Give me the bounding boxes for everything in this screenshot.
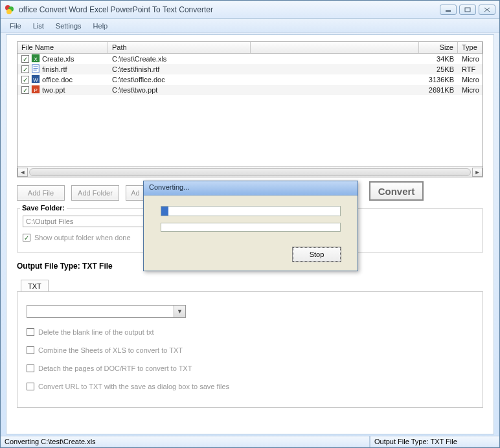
scroll-track[interactable] [29,168,471,176]
main-window: office Convert Word Excel PowerPoint To … [0,0,500,448]
menu-help[interactable]: Help [88,21,113,31]
option-delete-blank-row: ✓ Delete the blank line of the output tx… [27,328,154,336]
menubar: File List Settings Help [1,19,499,33]
save-folder-input[interactable] [23,216,146,227]
file-type: Micro [458,55,483,63]
row-checkbox[interactable]: ✓ [21,65,29,73]
option-combine-sheets-row: ✓ Combine the Sheets of XLS to convert t… [27,346,183,354]
option-convert-url-checkbox[interactable]: ✓ [27,383,34,390]
file-path: C:\test\finish.rtf [108,65,251,73]
svg-rect-4 [465,8,470,12]
option-detach-pages-label: Detach the pages of DOC/RTF to convert t… [38,364,192,372]
col-header-size[interactable]: Size [419,42,458,53]
file-type: Micro [458,76,483,84]
horizontal-scrollbar[interactable]: ◄ ► [17,166,483,177]
option-detach-pages-row: ✓ Detach the pages of DOC/RTF to convert… [27,364,192,372]
col-header-type[interactable]: Type [458,42,483,53]
app-title: office Convert Word Excel PowerPoint To … [19,5,440,14]
converting-dialog: Converting... Stop [143,181,358,271]
stop-button[interactable]: Stop [293,247,341,262]
svg-text:X: X [34,56,38,62]
minimize-button[interactable] [440,5,457,15]
option-delete-blank-label: Delete the blank line of the output txt [38,328,154,336]
option-detach-pages-checkbox[interactable]: ✓ [27,364,34,372]
window-controls [440,5,495,15]
option-combine-sheets-label: Combine the Sheets of XLS to convert to … [38,346,183,354]
close-icon [484,7,490,12]
file-path: C:\test\two.ppt [108,86,251,94]
option-convert-url-label: Convert URL to TXT with the save as dial… [38,383,229,390]
show-output-checkbox-row: ✓ Show output folder when done [23,234,131,241]
table-row[interactable]: ✓Woffice.docC:\test\office.doc3136KBMicr… [17,74,483,85]
option-convert-url-row: ✓ Convert URL to TXT with the save as di… [27,383,229,390]
statusbar: Converting C:\test\Create.xls Output Fil… [1,436,499,447]
file-name: office.doc [42,76,73,84]
tab-txt[interactable]: TXT [21,280,49,292]
add-button-partial[interactable]: Ad [126,185,145,201]
file-table: File Name Path Size Type ✓XCreate.xlsC:\… [17,41,483,177]
scroll-right-arrow-icon[interactable]: ► [472,168,483,177]
titlebar: office Convert Word Excel PowerPoint To … [1,1,499,19]
show-output-label: Show output folder when done [34,234,131,241]
row-checkbox[interactable]: ✓ [21,55,29,63]
table-row[interactable]: ✓finish.rtfC:\test\finish.rtf25KBRTF [17,64,483,74]
file-type-icon [31,64,40,74]
output-type-label: Output File Type: TXT File [17,262,113,271]
table-header: File Name Path Size Type [17,42,483,54]
svg-rect-12 [34,70,37,71]
col-header-path[interactable]: Path [108,42,251,53]
svg-rect-10 [34,67,38,67]
svg-point-2 [6,9,12,14]
option-delete-blank-checkbox[interactable]: ✓ [27,328,34,336]
table-body: ✓XCreate.xlsC:\test\Create.xls34KBMicro✓… [17,54,483,95]
scroll-left-arrow-icon[interactable]: ◄ [17,168,28,177]
file-size: 34KB [419,55,458,63]
col-header-filename[interactable]: File Name [17,42,108,53]
menu-list[interactable]: List [28,21,49,31]
col-header-spacer[interactable] [251,42,419,53]
close-button[interactable] [479,5,495,15]
progress-bar-secondary [161,223,341,232]
file-name: Create.xls [42,55,74,63]
file-path: C:\test\office.doc [108,76,251,84]
file-type: Micro [458,86,483,94]
row-checkbox[interactable]: ✓ [21,86,29,94]
file-name: two.ppt [42,86,65,94]
file-type-icon: P [31,85,40,95]
add-file-button[interactable]: Add File [17,185,65,201]
file-size: 3136KB [419,76,458,84]
show-output-checkbox[interactable]: ✓ [23,234,30,241]
file-name: finish.rtf [42,65,67,73]
table-row[interactable]: ✓Ptwo.pptC:\test\two.ppt2691KBMicro [17,85,483,95]
progress-fill [161,207,168,216]
convert-button[interactable]: Convert [369,181,424,201]
file-type: RTF [458,65,483,73]
svg-rect-11 [34,68,38,69]
table-row[interactable]: ✓XCreate.xlsC:\test\Create.xls34KBMicro [17,54,483,64]
save-folder-label: Save Folder: [20,204,67,212]
chevron-down-icon[interactable]: ▼ [174,306,185,317]
file-type-icon: W [31,74,40,85]
maximize-button[interactable] [459,5,476,15]
svg-rect-3 [446,10,451,12]
svg-text:P: P [34,87,37,93]
dialog-title: Converting... [144,181,358,196]
options-dropdown[interactable]: ▼ [27,305,186,318]
row-checkbox[interactable]: ✓ [21,76,29,84]
maximize-icon [464,7,471,12]
options-group: ▼ ✓ Delete the blank line of the output … [17,291,483,408]
progress-bar-primary [161,206,341,216]
action-buttons: Add File Add Folder Ad [17,185,145,201]
file-path: C:\test\Create.xls [108,55,251,63]
menu-settings[interactable]: Settings [51,21,87,31]
status-left: Converting C:\test\Create.xls [1,436,370,447]
file-type-icon: X [31,54,40,64]
option-combine-sheets-checkbox[interactable]: ✓ [27,346,34,354]
add-folder-button[interactable]: Add Folder [71,185,119,201]
svg-text:W: W [33,77,38,83]
file-size: 25KB [419,65,458,73]
file-size: 2691KB [419,86,458,94]
tab-row: TXT [21,280,49,292]
menu-file[interactable]: File [5,21,27,31]
app-icon [5,5,15,15]
